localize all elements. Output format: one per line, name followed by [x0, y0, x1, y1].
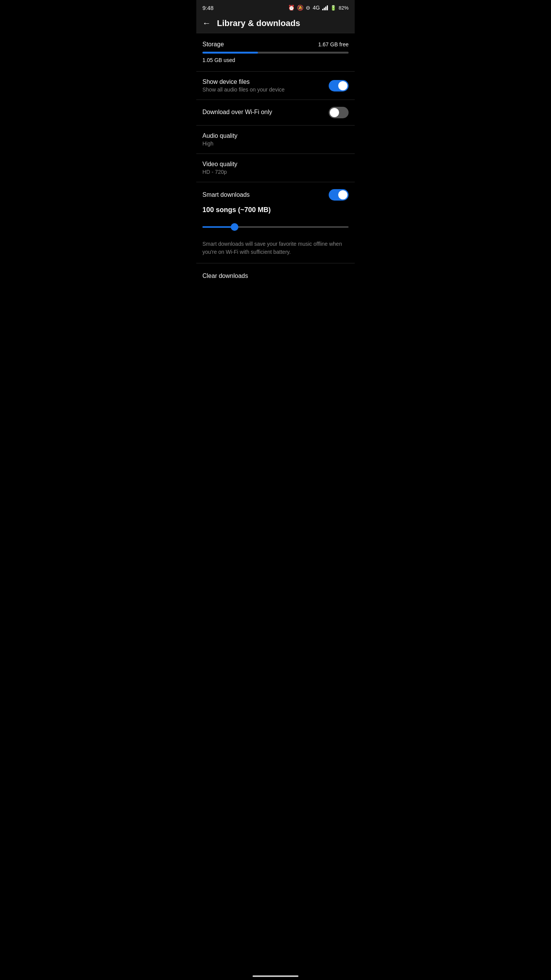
- video-quality-row[interactable]: Video quality HD - 720p: [196, 154, 355, 182]
- songs-slider-track: [202, 226, 349, 228]
- smart-downloads-thumb: [338, 190, 347, 199]
- audio-quality-label: Audio quality: [202, 132, 349, 139]
- settings-content: Storage 1.67 GB free 1.05 GB used Show d…: [196, 33, 355, 289]
- video-quality-value: HD - 720p: [202, 169, 349, 175]
- storage-progress-fill: [202, 52, 258, 54]
- smart-downloads-label: Smart downloads: [202, 191, 250, 198]
- audio-quality-row[interactable]: Audio quality High: [196, 126, 355, 154]
- download-wifi-thumb: [330, 108, 339, 117]
- smart-downloads-slider[interactable]: [329, 189, 349, 201]
- audio-quality-value: High: [202, 140, 349, 147]
- show-device-files-thumb: [338, 81, 347, 90]
- clear-downloads-row[interactable]: Clear downloads: [196, 263, 355, 289]
- smart-downloads-section: Smart downloads 100 songs (~700 MB) Smar…: [196, 182, 355, 263]
- storage-progress-bar: [202, 52, 349, 54]
- show-device-files-slider[interactable]: [329, 80, 349, 91]
- back-button[interactable]: ←: [202, 19, 211, 28]
- page-title: Library & downloads: [217, 18, 300, 28]
- download-wifi-label: Download over Wi-Fi only: [202, 109, 329, 116]
- show-device-files-desc: Show all audio files on your device: [202, 87, 329, 93]
- clear-downloads-label: Clear downloads: [202, 273, 248, 279]
- smart-downloads-header: Smart downloads: [202, 189, 349, 201]
- app-bar: ← Library & downloads: [196, 14, 355, 33]
- show-device-files-label: Show device files: [202, 78, 329, 85]
- dnd-icon: ⊖: [306, 5, 310, 11]
- status-icons: ⏰ 🔕 ⊖ 4G 🔋 82%: [288, 5, 349, 11]
- songs-slider-container[interactable]: [202, 220, 349, 234]
- storage-used-text: 1.05 GB used: [202, 57, 235, 63]
- mute-icon: 🔕: [297, 5, 303, 11]
- battery-percent: 82%: [339, 5, 349, 11]
- download-wifi-row[interactable]: Download over Wi-Fi only: [196, 100, 355, 126]
- storage-section: Storage 1.67 GB free 1.05 GB used: [196, 33, 355, 72]
- smart-downloads-toggle[interactable]: [329, 189, 349, 201]
- storage-header: Storage 1.67 GB free: [202, 41, 349, 48]
- show-device-files-row[interactable]: Show device files Show all audio files o…: [196, 72, 355, 100]
- show-device-files-toggle[interactable]: [329, 80, 349, 91]
- signal-icon: [322, 5, 328, 10]
- video-quality-label: Video quality: [202, 161, 349, 168]
- show-device-files-text: Show device files Show all audio files o…: [202, 78, 329, 93]
- songs-slider-fill: [202, 226, 235, 228]
- download-wifi-slider[interactable]: [329, 107, 349, 118]
- battery-icon: 🔋: [330, 5, 336, 11]
- songs-count-label: 100 songs (~700 MB): [202, 206, 349, 214]
- download-wifi-text: Download over Wi-Fi only: [202, 109, 329, 117]
- status-bar: 9:48 ⏰ 🔕 ⊖ 4G 🔋 82%: [196, 0, 355, 14]
- storage-free-text: 1.67 GB free: [318, 41, 349, 47]
- alarm-icon: ⏰: [288, 5, 295, 11]
- songs-slider-thumb[interactable]: [231, 223, 238, 231]
- download-wifi-toggle[interactable]: [329, 107, 349, 118]
- storage-title: Storage: [202, 41, 224, 48]
- smart-downloads-desc: Smart downloads will save your favorite …: [202, 240, 349, 256]
- status-time: 9:48: [202, 5, 214, 11]
- network-label: 4G: [313, 5, 320, 11]
